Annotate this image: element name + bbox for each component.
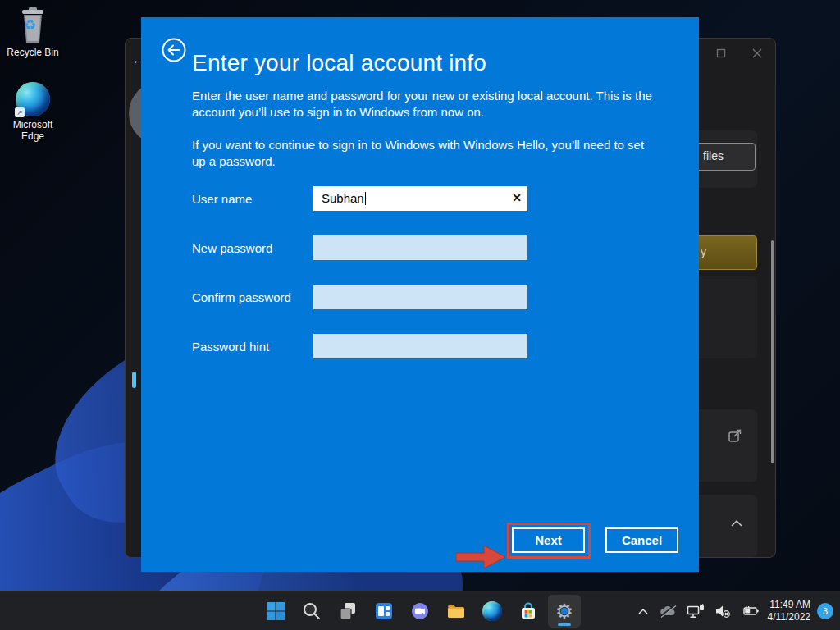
volume-status[interactable]	[710, 596, 735, 626]
desktop-icon-label: Recycle Bin	[2, 47, 64, 58]
task-view-button[interactable]	[331, 595, 364, 628]
file-explorer-icon	[446, 601, 466, 621]
close-button[interactable]	[749, 45, 765, 62]
confirm-password-input[interactable]	[313, 285, 527, 309]
hidden-icons-chevron[interactable]	[633, 596, 653, 626]
username-input[interactable]: Subhan ✕	[313, 186, 527, 211]
start-button[interactable]	[259, 595, 292, 628]
password-hint-input[interactable]	[313, 334, 527, 358]
desktop-icon-label: Microsoft Edge	[7, 119, 58, 142]
clear-text-icon[interactable]: ✕	[512, 191, 522, 204]
confirm-password-label: Confirm password	[192, 290, 315, 304]
local-account-dialog: Enter your local account info Enter the …	[141, 17, 699, 572]
search-button[interactable]	[295, 595, 328, 628]
chevron-up-icon	[637, 607, 649, 615]
tray-time: 11:49 AM	[768, 599, 811, 611]
file-explorer-button[interactable]	[440, 595, 472, 628]
edge-icon: ↗	[16, 82, 50, 116]
nav-selected-indicator	[132, 372, 136, 388]
task-view-icon	[338, 601, 358, 621]
new-password-input[interactable]	[313, 235, 527, 260]
password-hint-label: Password hint	[192, 340, 315, 354]
onedrive-cloud-icon	[659, 605, 677, 618]
network-status[interactable]	[682, 596, 709, 626]
desktop-icon-microsoft-edge[interactable]: ↗ Microsoft Edge	[2, 82, 64, 142]
dialog-back-button[interactable]	[161, 37, 187, 63]
maximize-button[interactable]	[713, 45, 729, 62]
annotation-arrow-icon	[456, 542, 507, 575]
text-caret	[365, 192, 366, 205]
tray-date: 4/11/2022	[768, 611, 811, 623]
cancel-button[interactable]: Cancel	[605, 527, 678, 553]
store-button[interactable]	[512, 595, 545, 628]
windows-logo-icon	[266, 601, 285, 621]
ethernet-icon	[687, 604, 705, 619]
scrollbar[interactable]	[771, 240, 774, 463]
username-label: User name	[192, 192, 315, 206]
recycle-bin-icon: ♻	[16, 7, 49, 44]
notification-badge[interactable]: 3	[817, 603, 833, 619]
external-link-icon[interactable]	[727, 427, 743, 447]
system-tray: 11:49 AM 4/11/2022 3	[633, 591, 838, 630]
battery-charging-icon	[741, 605, 759, 617]
gear-icon: ⚙	[554, 600, 575, 622]
edge-button[interactable]	[476, 595, 509, 628]
chat-icon	[410, 601, 430, 621]
widgets-button[interactable]	[368, 595, 400, 628]
battery-status[interactable]	[737, 596, 763, 626]
chat-button[interactable]	[404, 595, 436, 628]
dialog-paragraph: If you want to continue to sign in to Wi…	[192, 137, 656, 170]
edge-icon	[482, 601, 502, 621]
taskbar-center-icons: ⚙	[259, 595, 581, 628]
volume-muted-icon	[714, 605, 731, 618]
dialog-title: Enter your local account info	[192, 50, 486, 76]
new-password-label: New password	[192, 241, 315, 255]
tray-clock[interactable]: 11:49 AM 4/11/2022	[765, 599, 815, 623]
onedrive-status[interactable]	[655, 596, 681, 626]
store-icon	[518, 601, 538, 621]
annotation-highlight-rect	[507, 523, 591, 559]
settings-button[interactable]: ⚙	[548, 595, 581, 628]
shortcut-arrow-icon: ↗	[15, 107, 25, 117]
search-icon	[302, 601, 322, 621]
desktop-icon-recycle-bin[interactable]: ♻ Recycle Bin	[2, 7, 64, 58]
username-value: Subhan	[322, 191, 364, 205]
taskbar: ⚙	[0, 591, 840, 630]
widgets-icon	[374, 601, 394, 621]
dialog-paragraph: Enter the user name and password for you…	[192, 88, 656, 121]
chevron-up-icon[interactable]	[730, 516, 743, 531]
